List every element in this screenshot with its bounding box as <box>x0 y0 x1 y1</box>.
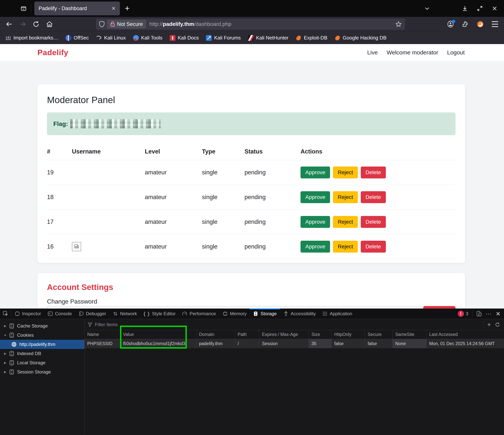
tab-inspector[interactable]: Inspector <box>11 309 44 319</box>
delete-button[interactable]: Delete <box>361 216 386 228</box>
col-samesite[interactable]: SameSite <box>392 330 426 339</box>
approve-button[interactable]: Approve <box>300 166 330 178</box>
sidebar-item-session-storage[interactable]: ▶ Session Storage <box>0 367 84 376</box>
expand-arrow-icon[interactable]: ▶ <box>3 361 7 365</box>
sidebar-item-padelify-host[interactable]: http://padelify.thm <box>0 340 84 349</box>
refresh-items-icon[interactable] <box>495 322 500 327</box>
responsive-design-icon[interactable] <box>476 311 482 317</box>
sidebar-item-cache-storage[interactable]: ▶ Cache Storage <box>0 321 84 331</box>
row-status: pending <box>244 243 300 250</box>
devtools-close-icon[interactable]: ✕ <box>496 310 501 317</box>
sidebar-item-cookies[interactable]: ▼ Cookies <box>0 331 84 340</box>
bookmark-offsec[interactable]: OffSec <box>66 35 89 41</box>
pick-element-icon[interactable] <box>0 309 11 319</box>
delete-button[interactable]: Delete <box>361 191 386 203</box>
browser-tab[interactable]: Padelify - Dashboard ✕ <box>34 1 120 15</box>
tab-debugger[interactable]: Debugger <box>75 309 109 319</box>
table-row: 17 amateur single pending Approve Reject… <box>47 210 456 234</box>
firefox-profile-icon[interactable] <box>476 20 484 28</box>
tab-style-editor[interactable]: { } Style Editor <box>140 309 179 319</box>
approve-button[interactable]: Approve <box>300 216 330 228</box>
expand-arrow-icon[interactable]: ▶ <box>3 324 7 328</box>
col-expires[interactable]: Expires / Max-Age <box>259 330 309 339</box>
application-icon <box>322 311 328 316</box>
forward-icon[interactable] <box>18 19 28 29</box>
expand-arrow-icon[interactable]: ▶ <box>3 352 7 355</box>
cookie-expires: Session <box>259 339 309 348</box>
firefox-view-icon[interactable] <box>19 4 28 13</box>
approve-button[interactable]: Approve <box>300 241 330 252</box>
inspector-icon <box>15 311 20 316</box>
row-type: single <box>202 243 244 250</box>
bookmark-kali-nethunter[interactable]: Kali NetHunter <box>248 35 288 41</box>
security-chip[interactable]: Not Secure <box>107 20 146 28</box>
bookmark-star-icon[interactable] <box>396 21 402 27</box>
bookmark-kali-linux[interactable]: Kali Linux <box>96 35 126 41</box>
menu-hamburger-icon[interactable] <box>492 21 498 27</box>
delete-button[interactable]: Delete <box>361 241 386 252</box>
list-tabs-chevron-icon[interactable] <box>424 5 430 12</box>
url-text: http://padelify.thm/dashboard.php <box>149 21 232 27</box>
col-value[interactable]: Value <box>120 330 196 339</box>
reload-icon[interactable] <box>31 19 41 29</box>
nav-live-link[interactable]: Live <box>367 49 378 56</box>
filter-items-input[interactable] <box>95 322 484 327</box>
new-tab-button[interactable]: + <box>125 4 130 13</box>
bookmark-kali-docs[interactable]: Kali Docs <box>170 35 199 41</box>
tab-console[interactable]: Console <box>44 309 75 319</box>
flag-label: Flag: <box>53 120 68 127</box>
tab-storage[interactable]: Storage <box>250 309 280 319</box>
tab-performance[interactable]: Performance <box>179 309 219 319</box>
approve-button[interactable]: Approve <box>300 191 330 203</box>
row-username <box>72 242 145 251</box>
extensions-puzzle-icon[interactable] <box>462 21 469 28</box>
col-domain[interactable]: Domain <box>196 330 235 339</box>
col-name[interactable]: Name <box>85 330 120 339</box>
col-size[interactable]: Size <box>309 330 331 339</box>
reject-button[interactable]: Reject <box>333 191 358 203</box>
maximize-window-icon[interactable] <box>477 5 483 11</box>
bookmark-import[interactable]: Import bookmarks… <box>5 35 58 41</box>
delete-button[interactable]: Delete <box>361 166 386 178</box>
collapse-arrow-icon[interactable]: ▼ <box>3 334 7 337</box>
tab-network[interactable]: Network <box>109 309 140 319</box>
col-secure[interactable]: Secure <box>365 330 392 339</box>
col-httponly[interactable]: HttpOnly <box>331 330 365 339</box>
site-brand[interactable]: Padelify <box>37 48 68 57</box>
reject-button[interactable]: Reject <box>333 241 358 252</box>
storage-drawer-icon <box>9 351 15 357</box>
password-input[interactable] <box>47 306 423 309</box>
col-last-accessed[interactable]: Last Accessed <box>426 330 504 339</box>
sidebar-item-local-storage[interactable]: ▶ Local Storage <box>0 358 84 367</box>
cookie-row-phpsessid[interactable]: PHPSESSID l50shodbho0uc1mmsd1jf2mkd3 pad… <box>85 339 504 348</box>
change-password-button[interactable] <box>423 306 456 309</box>
back-icon[interactable] <box>4 19 14 29</box>
bookmark-kali-forums[interactable]: Kali Forums <box>206 35 241 41</box>
add-item-icon[interactable]: + <box>487 321 491 328</box>
cookie-samesite: None <box>392 339 426 348</box>
tab-close-icon[interactable]: ✕ <box>111 6 116 11</box>
download-window-icon[interactable] <box>462 5 468 11</box>
nav-logout-link[interactable]: Logout <box>447 49 465 56</box>
home-icon[interactable] <box>45 19 54 29</box>
bookmarks-bar: Import bookmarks… OffSec Kali Linux Kali… <box>0 31 504 44</box>
bookmark-kali-tools[interactable]: Kali Tools <box>133 35 162 41</box>
bookmark-exploit-db[interactable]: Exploit-DB <box>296 35 327 41</box>
url-bar[interactable]: Not Secure http://padelify.thm/dashboard… <box>96 18 405 30</box>
tab-accessibility[interactable]: Accessibility <box>280 309 319 319</box>
tab-application[interactable]: Application <box>319 309 355 319</box>
devtools-menu-icon[interactable]: ⋯ <box>486 310 492 317</box>
account-icon[interactable] <box>447 20 454 28</box>
bookmark-google-hacking-db[interactable]: Google Hacking DB <box>335 35 387 41</box>
row-status: pending <box>244 194 300 201</box>
col-path[interactable]: Path <box>235 330 259 339</box>
tracking-shield-icon[interactable] <box>99 21 105 27</box>
error-badge-icon[interactable]: ! <box>458 311 464 317</box>
expand-arrow-icon[interactable]: ▶ <box>3 370 7 374</box>
tab-memory[interactable]: Memory <box>219 309 250 319</box>
sidebar-item-indexed-db[interactable]: ▶ Indexed DB <box>0 349 84 358</box>
reject-button[interactable]: Reject <box>333 166 358 178</box>
kali-docs-icon <box>170 35 175 41</box>
close-window-icon[interactable] <box>492 6 497 11</box>
reject-button[interactable]: Reject <box>333 216 358 228</box>
